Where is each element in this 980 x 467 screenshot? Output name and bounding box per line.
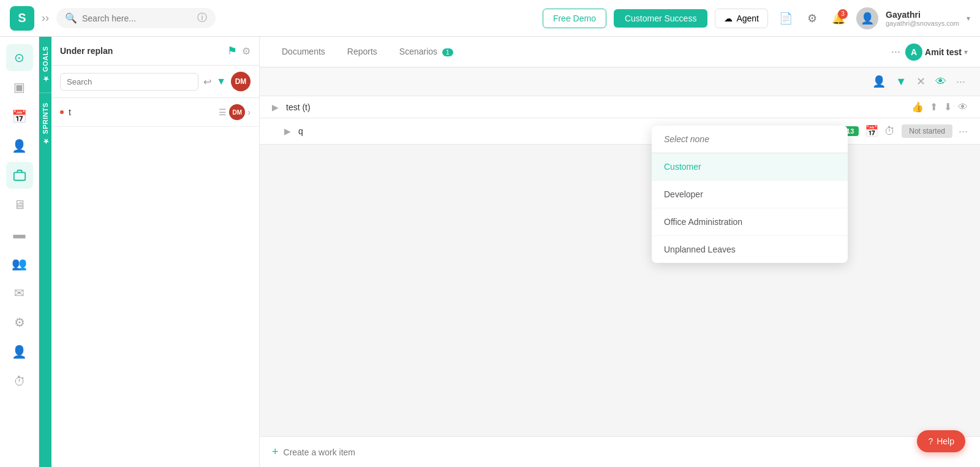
svg-rect-0 — [13, 172, 24, 180]
goals-tab[interactable]: ★ goals — [39, 37, 51, 93]
sidebar-item-calendar[interactable]: 📅 — [6, 103, 33, 130]
sidebar-item-tv[interactable]: ▣ — [6, 74, 33, 101]
settings-icon[interactable]: ⚙ — [804, 8, 821, 29]
project-dm-avatar[interactable]: DM — [229, 104, 245, 120]
more-options-icon[interactable]: ··· — [889, 43, 903, 61]
sidebar-item-card[interactable]: ▬ — [6, 221, 33, 248]
filter-funnel-icon[interactable]: ▼ — [216, 76, 226, 87]
notification-icon[interactable]: 🔔 3 — [828, 8, 849, 29]
app-body: ⊙ ▣ 📅 👤 🖥 ▬ 👥 ✉ ⚙ 👤 ⏱ ★ goals ★ Sprints — [0, 37, 980, 467]
agent-cloud-icon: ☁ — [724, 13, 733, 23]
left-sidebar: ⊙ ▣ 📅 👤 🖥 ▬ 👥 ✉ ⚙ 👤 ⏱ — [0, 37, 39, 467]
more-wi-icon[interactable]: ··· — [959, 125, 968, 138]
dropdown-developer[interactable]: Developer — [652, 181, 848, 208]
project-title: Under replan — [60, 46, 222, 56]
dm-avatar[interactable]: DM — [231, 72, 251, 91]
eye-workitem-icon[interactable]: 👁 — [958, 102, 968, 113]
upload-icon[interactable]: ⬆ — [930, 101, 938, 113]
add-icon: + — [272, 446, 279, 458]
more-actions-icon[interactable]: ··· — [954, 73, 968, 91]
status-badge: Not started — [902, 124, 952, 138]
project-item[interactable]: t ☰ DM › — [51, 98, 259, 127]
team-name[interactable]: Amit test — [925, 47, 962, 57]
expand-icon[interactable]: ▶ — [272, 102, 279, 112]
clock-wi-icon[interactable]: ⏱ — [884, 125, 895, 138]
eye-icon[interactable]: 👁 — [933, 73, 949, 91]
help-label: Help — [937, 436, 954, 446]
dropdown-unplanned-leaves[interactable]: Unplanned Leaves — [652, 236, 848, 263]
help-button[interactable]: ? Help — [917, 430, 965, 452]
team-dropdown-arrow[interactable]: ▾ — [964, 48, 968, 56]
project-item-actions: ☰ DM › — [219, 104, 251, 120]
clear-filter-icon[interactable]: ✕ — [914, 72, 928, 91]
search-icon: 🔍 — [65, 12, 77, 24]
vertical-tabs: ★ goals ★ Sprints — [39, 37, 51, 467]
document-icon[interactable]: 📄 — [775, 8, 796, 29]
tabs-bar: Documents Reports Scenarios 1 ··· A Amit… — [260, 37, 980, 67]
user-dropdown-arrow[interactable]: ▾ — [967, 14, 970, 23]
sidebar-item-mail[interactable]: ✉ — [6, 279, 33, 306]
user-info[interactable]: Gayathri gayathri@snovasys.com — [886, 10, 959, 27]
add-work-item-label: Create a work item — [284, 447, 355, 457]
list-icon[interactable]: ☰ — [219, 107, 227, 117]
sub-item-row: ▶ q ACTIVITY-113 📅 ⏱ Not started ··· — [260, 118, 980, 145]
dropdown-customer[interactable]: Customer — [652, 153, 848, 181]
team-avatar[interactable]: A — [905, 44, 922, 61]
user-name: Gayathri — [886, 10, 959, 20]
right-actions-row: 👤 ▼ ✕ 👁 ··· — [260, 67, 980, 96]
scenarios-badge: 1 — [442, 48, 453, 56]
search-input[interactable] — [82, 13, 192, 23]
logo[interactable]: S — [10, 6, 34, 31]
work-item-header: ▶ test (t) 👍 ⬆ ⬇ 👁 — [260, 96, 980, 118]
dropdown-overlay: Select none Customer Developer Office Ad… — [652, 126, 848, 263]
sidebar-item-groups[interactable]: 👥 — [6, 250, 33, 277]
dropdown-office-admin[interactable]: Office Administration — [652, 208, 848, 236]
tab-scenarios[interactable]: Scenarios 1 — [390, 39, 463, 65]
undo-icon[interactable]: ↩ — [203, 76, 211, 88]
tab-documents[interactable]: Documents — [272, 39, 335, 65]
main-content: Documents Reports Scenarios 1 ··· A Amit… — [260, 37, 980, 467]
sidebar-item-briefcase[interactable] — [6, 162, 33, 189]
content-area: 👤 ▼ ✕ 👁 ··· ▶ test (t) 👍 ⬆ ⬇ 👁 — [260, 67, 980, 467]
tab-reports[interactable]: Reports — [337, 39, 387, 65]
project-dot — [60, 110, 64, 114]
thumbsup-icon[interactable]: 👍 — [911, 101, 924, 113]
sub-expand-icon[interactable]: ▶ — [284, 126, 291, 136]
arrow-right-icon[interactable]: › — [247, 107, 251, 117]
add-work-item[interactable]: + Create a work item — [260, 436, 980, 467]
sidebar-item-gear[interactable]: ⚙ — [6, 309, 33, 336]
avatar[interactable]: 👤 — [856, 7, 878, 29]
sprints-tab[interactable]: ★ Sprints — [39, 93, 51, 155]
agent-button[interactable]: ☁ Agent — [715, 9, 768, 28]
sidebar-item-monitor[interactable]: 🖥 — [6, 191, 33, 218]
project-search-input[interactable] — [60, 73, 198, 91]
sidebar-item-clock[interactable]: ⏱ — [6, 368, 33, 395]
flag-icon: ⚑ — [227, 44, 237, 58]
work-item-name: test (t) — [286, 102, 904, 112]
work-item-actions: 👍 ⬆ ⬇ 👁 — [911, 101, 968, 113]
person-filter-icon[interactable]: 👤 — [870, 72, 888, 91]
search-row: ↩ ▼ DM — [51, 66, 259, 98]
customer-success-button[interactable]: Customer Success — [614, 9, 707, 28]
active-filter-icon[interactable]: ▼ — [893, 73, 909, 91]
project-panel: Under replan ⚑ ⚙ ↩ ▼ DM t ☰ DM › — [51, 37, 260, 467]
help-icon: ? — [928, 436, 933, 446]
project-name: t — [69, 107, 214, 117]
filter-header-icon[interactable]: ⚙ — [242, 45, 251, 57]
select-none-item[interactable]: Select none — [652, 126, 848, 153]
sidebar-item-user-settings[interactable]: 👤 — [6, 338, 33, 365]
user-email: gayathri@snovasys.com — [886, 20, 959, 27]
top-nav: S ›› 🔍 ⓘ Free Demo Customer Success ☁ Ag… — [0, 0, 980, 37]
download-icon[interactable]: ⬇ — [944, 101, 952, 113]
info-icon[interactable]: ⓘ — [197, 12, 207, 25]
calendar-wi-icon[interactable]: 📅 — [865, 124, 878, 138]
free-demo-button[interactable]: Free Demo — [543, 9, 606, 28]
sidebar-item-home[interactable]: ⊙ — [6, 44, 33, 71]
global-search-bar[interactable]: 🔍 ⓘ — [56, 8, 216, 28]
sidebar-item-person[interactable]: 👤 — [6, 132, 33, 159]
project-header: Under replan ⚑ ⚙ — [51, 37, 259, 66]
notification-badge: 3 — [838, 9, 848, 19]
expand-nav-icon[interactable]: ›› — [42, 12, 49, 25]
